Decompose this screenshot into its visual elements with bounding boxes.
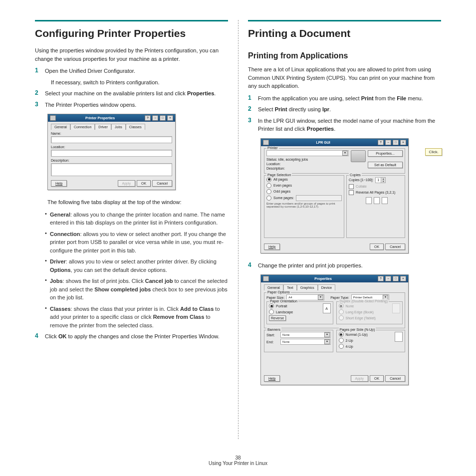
portrait-radio[interactable] <box>269 303 274 308</box>
r-step-3: 3 In the LPR GUI window, select the mode… <box>248 117 441 133</box>
legend: Page Selection <box>266 173 292 177</box>
orientation-preview-icon: A <box>323 303 331 313</box>
bullet-connection: • Connection: allows you to view or sele… <box>45 230 228 255</box>
tab-device[interactable]: Device <box>318 284 335 290</box>
bullet-driver: • Driver: allows you to view or select a… <box>45 257 228 274</box>
r-step-4: 4 Change the printer and print job prope… <box>248 261 441 270</box>
help-icon[interactable]: ? <box>378 140 384 145</box>
help-icon[interactable]: ? <box>378 276 384 281</box>
step-num: 3 <box>248 117 258 133</box>
t: Click <box>45 333 58 339</box>
t: : shows the list of print jobs. Click <box>63 278 145 284</box>
landscape-radio[interactable] <box>269 309 274 314</box>
reverse-button[interactable]: Reverse <box>269 315 286 321</box>
pps-normal-radio[interactable] <box>339 332 344 337</box>
pps-2up-radio[interactable] <box>339 338 344 343</box>
properties-button[interactable]: Properties... <box>368 150 403 157</box>
set-default-button[interactable]: Set as Default <box>368 162 403 168</box>
printer-select[interactable]: ▾ <box>266 150 349 156</box>
duplex-preview-icon <box>392 303 400 313</box>
some-pages-radio[interactable] <box>266 196 271 201</box>
ok-button[interactable]: OK <box>370 375 384 382</box>
duplex-none-radio <box>339 303 344 308</box>
banner-end-select[interactable]: None▾ <box>280 339 331 345</box>
even-pages-radio[interactable] <box>266 183 271 188</box>
bullet-jobs: • Jobs: shows the list of print jobs. Cl… <box>45 277 228 302</box>
chevron-down-icon: ▾ <box>342 151 348 156</box>
t: Short Edge (Tablet) <box>346 316 376 320</box>
bullet-general: • General: allows you to change the prin… <box>45 211 228 227</box>
t: Copies [1~100]: <box>349 178 373 182</box>
help-icon[interactable]: ? <box>145 115 151 121</box>
minimize-icon[interactable]: – <box>385 140 391 145</box>
close-icon[interactable]: × <box>400 276 406 281</box>
legend: Duplex (Double-Sided Printing) <box>339 299 389 303</box>
t: , you can set the default device options… <box>71 267 167 273</box>
tab-classes[interactable]: Classes <box>126 124 145 130</box>
t: Printer Default <box>353 296 372 299</box>
intro-left: Using the properties window provided by … <box>35 46 228 63</box>
window-controls: ? – □ × <box>377 276 406 281</box>
t: Cancel job <box>145 278 173 284</box>
minimize-icon[interactable]: – <box>152 115 158 121</box>
t: menu. <box>406 95 423 101</box>
ok-button[interactable]: OK <box>137 180 151 187</box>
maximize-icon[interactable]: □ <box>393 276 399 281</box>
tab-jobs[interactable]: Jobs <box>111 124 126 130</box>
collate-check[interactable] <box>349 184 354 189</box>
name-label: Name: <box>51 132 172 135</box>
location-label: Location: <box>51 145 172 149</box>
apply-button[interactable]: Apply <box>118 180 136 187</box>
tab-general[interactable]: General <box>264 284 283 290</box>
t: None <box>282 333 289 336</box>
close-icon[interactable]: × <box>167 115 173 121</box>
all-pages-radio[interactable] <box>266 177 271 182</box>
odd-pages-radio[interactable] <box>266 189 271 194</box>
ok-button[interactable]: OK <box>370 243 384 250</box>
copies-spinner[interactable]: 1▴▾ <box>375 177 386 183</box>
cancel-button[interactable]: Cancel <box>385 375 405 382</box>
description-text: Description: <box>266 167 349 170</box>
left-column: Configuring Printer Properties Using the… <box>25 20 238 459</box>
tab-general[interactable]: General <box>51 124 70 130</box>
apply-button[interactable]: Apply <box>351 375 369 382</box>
page-selection-group: Page Selection All pages Even pages Odd … <box>264 175 344 238</box>
tab-driver[interactable]: Driver <box>95 124 111 130</box>
right-column: Printing a Document Printing from Applic… <box>238 20 451 459</box>
cancel-button[interactable]: Cancel <box>152 180 172 187</box>
top-rule <box>248 20 441 21</box>
some-pages-input[interactable] <box>296 195 342 201</box>
reverse-check[interactable] <box>349 190 354 195</box>
name-input[interactable] <box>51 136 172 143</box>
t: 4-Up <box>346 345 353 348</box>
tab-graphics[interactable]: Graphics <box>297 284 318 290</box>
t: From the application you are using, sele… <box>258 95 361 101</box>
tab-connection[interactable]: Connection <box>70 124 95 130</box>
page: Configuring Printer Properties Using the… <box>0 0 476 459</box>
location-input[interactable] <box>51 150 172 157</box>
titlebar: Properties ? – □ × <box>261 275 408 282</box>
maximize-icon[interactable]: □ <box>160 115 166 121</box>
title-text: LPR GUI <box>269 141 377 144</box>
t: 2-Up <box>346 339 353 342</box>
pps-4up-radio[interactable] <box>339 344 344 349</box>
banner-start-select[interactable]: None▾ <box>280 332 331 338</box>
maximize-icon[interactable]: □ <box>393 140 399 145</box>
help-button[interactable]: Help <box>264 243 280 250</box>
description-input[interactable] <box>51 163 172 176</box>
minimize-icon[interactable]: – <box>385 276 391 281</box>
legend: Pages per Side (N-Up) <box>339 328 376 331</box>
t: : allows you to view or select another p… <box>66 258 217 264</box>
step-num: 3 <box>35 101 45 109</box>
help-button[interactable]: Help <box>264 375 280 382</box>
tabs-intro: The following five tabs display at the t… <box>47 198 228 207</box>
t: OK <box>58 333 67 339</box>
cancel-button[interactable]: Cancel <box>385 243 405 250</box>
tab-text[interactable]: Text <box>283 284 297 290</box>
footer: 38 Using Your Printer in Linux <box>0 455 476 466</box>
close-icon[interactable]: × <box>400 140 406 145</box>
spin-icon: ▴▾ <box>381 178 385 183</box>
properties-window: Properties ? – □ × General Text Graphics… <box>260 274 409 385</box>
tabs: General Connection Driver Jobs Classes <box>51 124 172 130</box>
help-button[interactable]: Help <box>51 180 67 187</box>
